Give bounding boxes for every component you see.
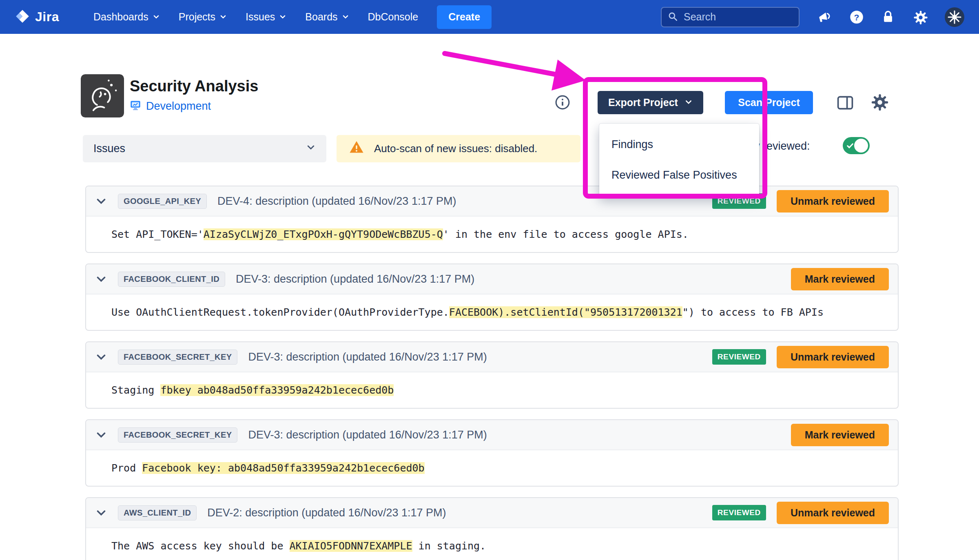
mark-reviewed-button[interactable]: Mark reviewed (791, 424, 889, 446)
show-reviewed-toggle[interactable] (843, 137, 870, 154)
export-project-button[interactable]: Export Project (598, 91, 703, 114)
collapse-chevron-icon[interactable] (95, 195, 107, 207)
finding-type-badge: FACEBOOK_CLIENT_ID (118, 272, 225, 287)
project-avatar (81, 74, 124, 117)
nav-item-projects[interactable]: Projects (179, 11, 227, 23)
chevron-down-icon (306, 142, 316, 155)
finding-header: FACEBOOK_SECRET_KEY DEV-3: description (… (86, 420, 898, 450)
nav-item-label: Dashboards (93, 11, 148, 23)
toggle-knob (854, 139, 868, 153)
nav-item-dashboards[interactable]: Dashboards (93, 11, 160, 23)
export-menu-item-reviewed-false-positives[interactable]: Reviewed False Positives (599, 160, 759, 190)
findings-list: GOOGLE_API_KEY DEV-4: description (updat… (85, 186, 899, 560)
annotation-arrow-shaft (445, 53, 555, 74)
code-text: Staging (111, 384, 160, 396)
nav-item-issues[interactable]: Issues (246, 11, 286, 23)
collapse-chevron-icon[interactable] (95, 351, 107, 363)
finding-header: GOOGLE_API_KEY DEV-4: description (updat… (86, 186, 898, 217)
collapse-chevron-icon[interactable] (95, 507, 107, 519)
reviewed-status-badge: REVIEWED (712, 505, 766, 520)
chevron-down-icon (279, 11, 286, 23)
issues-filter-label: Issues (93, 142, 125, 155)
finding-type-badge: FACEBOOK_SECRET_KEY (118, 427, 237, 443)
development-project-icon (130, 100, 141, 113)
scan-project-button[interactable]: Scan Project (725, 91, 813, 114)
nav-item-dbconsole[interactable]: DbConsole (368, 11, 419, 23)
autoscan-warning-banner: Auto-scan of new issues: disabled. (337, 135, 580, 162)
search-input[interactable] (684, 11, 793, 23)
finding-card: AWS_CLIENT_ID DEV-2: description (update… (85, 497, 899, 560)
breadcrumb: Development (130, 100, 211, 113)
finding-type-badge: GOOGLE_API_KEY (118, 194, 207, 209)
nav-item-label: Projects (179, 11, 215, 23)
code-highlight: AIzaSyCLWjZ0_ETxgPOxH-gQYT9ODeWcBBZU5-Q (204, 228, 443, 240)
create-button[interactable]: Create (437, 5, 492, 29)
global-search[interactable] (661, 7, 800, 27)
code-text: Set API_TOKEN=' (111, 228, 204, 240)
unmark-reviewed-button[interactable]: Unmark reviewed (777, 190, 889, 212)
finding-type-badge: FACEBOOK_SECRET_KEY (118, 350, 237, 365)
check-icon (846, 142, 854, 150)
nav-item-label: DbConsole (368, 11, 419, 23)
chevron-down-icon (684, 97, 693, 108)
reviewed-status-badge: REVIEWED (712, 349, 766, 365)
jira-logo-icon (15, 9, 30, 26)
nav-item-label: Boards (305, 11, 337, 23)
code-text: in staging. (412, 540, 486, 552)
code-text: Prod (111, 462, 142, 474)
user-avatar[interactable] (945, 7, 964, 27)
issues-filter-dropdown[interactable]: Issues (83, 135, 326, 162)
finding-card: FACEBOOK_SECRET_KEY DEV-3: description (… (85, 419, 899, 487)
finding-description: Use OAuthClientRequest.tokenProvider(OAu… (86, 294, 898, 330)
finding-description: Staging fbkey ab048ad50ffa33959a242b1ece… (86, 372, 898, 408)
code-highlight: Facebook key: ab048ad50ffa33959a242b1ece… (142, 462, 424, 474)
finding-title: DEV-2: description (updated 16/Nov/23 1:… (207, 507, 702, 519)
settings-gear-icon[interactable] (913, 10, 928, 24)
finding-description: The AWS access key should be AKIAIO5FODN… (86, 528, 898, 560)
chevron-down-icon (153, 11, 160, 23)
finding-description: Set API_TOKEN='AIzaSyCLWjZ0_ETxgPOxH-gQY… (86, 217, 898, 252)
project-link[interactable]: Development (146, 100, 211, 113)
primary-navigation: Dashboards Projects Issues Boards DbCons… (93, 11, 418, 23)
chevron-down-icon (219, 11, 227, 23)
code-text: ") to access to FB APIs (682, 306, 824, 318)
unmark-reviewed-button[interactable]: Unmark reviewed (777, 502, 889, 524)
collapse-chevron-icon[interactable] (95, 273, 107, 285)
finding-card: GOOGLE_API_KEY DEV-4: description (updat… (85, 186, 899, 253)
annotation-arrow-head (552, 60, 586, 91)
export-menu-item-findings[interactable]: Findings (599, 129, 759, 160)
help-icon[interactable]: ? (849, 10, 864, 24)
finding-card: FACEBOOK_SECRET_KEY DEV-3: description (… (85, 341, 899, 409)
announcements-megaphone-icon[interactable] (817, 10, 832, 24)
warning-text: Auto-scan of new issues: disabled. (374, 142, 537, 155)
mark-reviewed-button[interactable]: Mark reviewed (791, 268, 889, 290)
finding-header: FACEBOOK_CLIENT_ID DEV-3: description (u… (86, 264, 898, 294)
collapse-chevron-icon[interactable] (95, 429, 107, 441)
code-highlight: FACEBOOK).setClientId("950513172001321 (449, 306, 682, 318)
lock-icon[interactable] (881, 10, 896, 24)
jira-logo[interactable]: Jira (15, 9, 59, 26)
warning-icon (349, 139, 364, 158)
navbar-icon-group: ? (817, 7, 964, 27)
page-title: Security Analysis (130, 77, 258, 95)
code-text: ' in the env file to access google APIs. (443, 228, 689, 240)
svg-text:?: ? (854, 12, 859, 22)
details-panel-icon[interactable] (836, 94, 854, 112)
page-settings-gear-icon[interactable] (870, 93, 889, 112)
export-dropdown-menu: Findings Reviewed False Positives (599, 124, 759, 196)
nav-item-boards[interactable]: Boards (305, 11, 349, 23)
finding-header: FACEBOOK_SECRET_KEY DEV-3: description (… (86, 342, 898, 372)
finding-title: DEV-3: description (updated 16/Nov/23 1:… (236, 273, 780, 286)
nav-item-label: Issues (246, 11, 275, 23)
info-icon[interactable] (555, 95, 570, 110)
search-icon (667, 11, 678, 23)
unmark-reviewed-button[interactable]: Unmark reviewed (777, 346, 889, 368)
chevron-down-icon (342, 11, 349, 23)
export-project-label: Export Project (608, 97, 678, 108)
code-highlight: fbkey ab048ad50ffa33959a242b1ecec6ed0b (160, 384, 394, 396)
finding-title: DEV-4: description (updated 16/Nov/23 1:… (217, 195, 702, 208)
security-analysis-page: Jira Dashboards Projects Issues Boards D… (0, 0, 979, 560)
jira-logo-text: Jira (35, 9, 59, 24)
finding-type-badge: AWS_CLIENT_ID (118, 505, 197, 520)
code-highlight: AKIAIO5FODNN7EXAMPLE (290, 540, 412, 552)
